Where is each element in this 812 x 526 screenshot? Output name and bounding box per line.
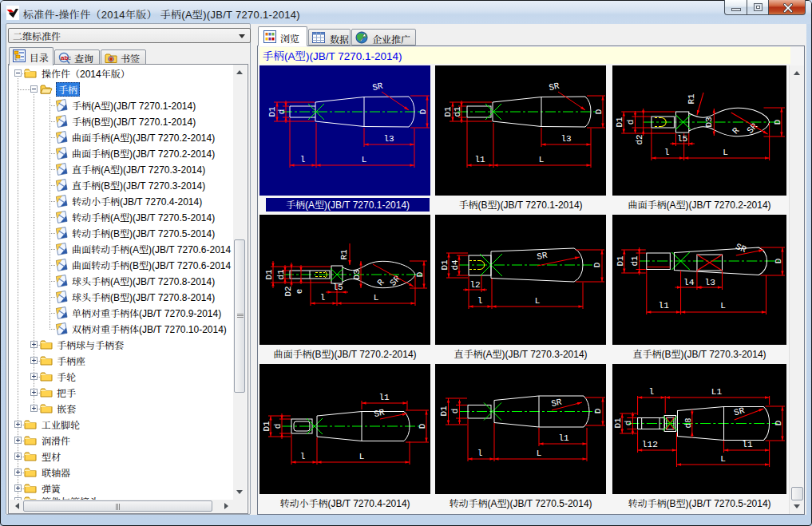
svg-text:L: L bbox=[537, 449, 542, 458]
svg-text:l: l bbox=[300, 452, 306, 461]
svg-text:L: L bbox=[359, 452, 365, 461]
svg-text:D: D bbox=[774, 258, 783, 263]
svg-text:R: R bbox=[375, 277, 386, 287]
svg-text:d: d bbox=[624, 421, 633, 426]
svg-text:d: d bbox=[277, 109, 287, 115]
svg-text:D1: D1 bbox=[443, 106, 453, 117]
svg-text:l: l bbox=[477, 296, 483, 306]
svg-text:L: L bbox=[539, 155, 545, 164]
svg-text:D: D bbox=[415, 271, 425, 277]
svg-text:SR: SR bbox=[388, 274, 402, 288]
svg-text:L: L bbox=[720, 301, 726, 310]
svg-text:R: R bbox=[731, 125, 742, 136]
svg-text:l1: l1 bbox=[378, 393, 390, 402]
svg-text:l3: l3 bbox=[383, 134, 394, 144]
svg-text:l1: l1 bbox=[474, 155, 485, 164]
svg-text:SR: SR bbox=[371, 81, 384, 93]
svg-text:l12: l12 bbox=[642, 440, 658, 449]
svg-text:D3: D3 bbox=[352, 269, 362, 279]
svg-text:l: l bbox=[320, 293, 326, 303]
svg-text:L: L bbox=[374, 293, 379, 303]
svg-text:l3: l3 bbox=[705, 278, 715, 287]
svg-text:D1: D1 bbox=[613, 417, 623, 429]
svg-text:L: L bbox=[720, 454, 726, 464]
svg-text:l: l bbox=[477, 449, 483, 458]
svg-text:D: D bbox=[418, 423, 427, 429]
svg-text:l2: l2 bbox=[469, 280, 480, 290]
svg-text:d1: d1 bbox=[630, 255, 640, 267]
svg-text:D: D bbox=[592, 262, 602, 267]
svg-text:D: D bbox=[773, 119, 782, 125]
svg-text:l5: l5 bbox=[677, 134, 687, 144]
svg-text:D1: D1 bbox=[440, 259, 450, 271]
svg-text:c: c bbox=[68, 54, 71, 61]
svg-text:d4: d4 bbox=[450, 259, 460, 271]
svg-text:D: D bbox=[418, 109, 428, 114]
svg-text:D1: D1 bbox=[615, 117, 624, 128]
svg-text:l: l bbox=[300, 155, 306, 164]
svg-text:SR: SR bbox=[548, 81, 560, 93]
svg-text:l: l bbox=[664, 148, 670, 157]
svg-text:R1: R1 bbox=[687, 93, 696, 105]
svg-text:D1: D1 bbox=[262, 421, 271, 432]
svg-text:D: D bbox=[774, 420, 783, 425]
svg-text:D: D bbox=[593, 408, 603, 413]
svg-text:D1: D1 bbox=[439, 405, 449, 417]
svg-text:l4: l4 bbox=[683, 278, 695, 287]
svg-text:d1: d1 bbox=[276, 269, 286, 280]
svg-text:D1: D1 bbox=[264, 269, 274, 280]
svg-text:d2: d2 bbox=[634, 134, 644, 144]
svg-text:L1: L1 bbox=[711, 387, 723, 397]
svg-text:d1: d1 bbox=[453, 106, 462, 117]
svg-text:l1: l1 bbox=[558, 433, 569, 443]
svg-text:l3: l3 bbox=[560, 134, 571, 144]
svg-text:R1: R1 bbox=[339, 249, 349, 260]
svg-text:D3: D3 bbox=[704, 117, 714, 127]
svg-text:e: e bbox=[295, 289, 304, 295]
svg-text:SR: SR bbox=[373, 408, 386, 420]
svg-text:SR: SR bbox=[550, 397, 563, 409]
svg-text:l: l bbox=[649, 387, 655, 397]
svg-text:l1: l1 bbox=[742, 440, 753, 449]
svg-text:D2: D2 bbox=[283, 286, 293, 296]
svg-text:L: L bbox=[362, 155, 367, 164]
svg-text:SR: SR bbox=[536, 251, 548, 262]
svg-text:L: L bbox=[723, 148, 728, 157]
svg-text:l1: l1 bbox=[658, 301, 669, 310]
svg-text:SR: SR bbox=[734, 242, 747, 255]
svg-text:D1: D1 bbox=[267, 106, 277, 117]
svg-text:D1: D1 bbox=[616, 255, 625, 267]
svg-text:L: L bbox=[535, 296, 541, 306]
svg-text:d: d bbox=[450, 409, 460, 414]
svg-text:l5: l5 bbox=[332, 283, 343, 292]
svg-text:D: D bbox=[594, 109, 604, 114]
svg-text:d: d bbox=[273, 424, 283, 429]
svg-text:d: d bbox=[626, 120, 636, 125]
svg-text:d8: d8 bbox=[683, 417, 693, 428]
